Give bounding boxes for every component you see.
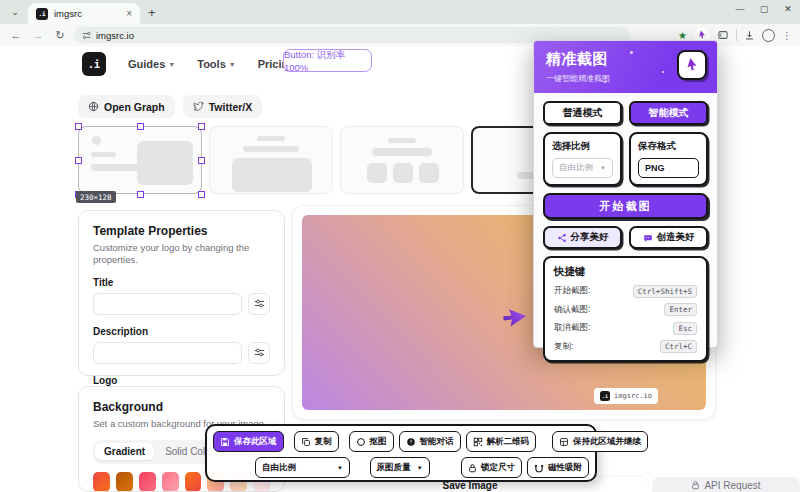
nav-item-guides[interactable]: Guides▼ <box>128 58 175 70</box>
chevron-down-icon: ▼ <box>229 61 236 68</box>
nav-item-tools[interactable]: Tools▼ <box>197 58 235 70</box>
capture-button-copy[interactable]: 复制 <box>294 431 339 452</box>
api-request-button[interactable]: API Request <box>652 477 800 492</box>
capture-button-circle[interactable]: 抠图 <box>349 431 394 452</box>
shortcuts-card: 快捷键 开始截图:Ctrl+Shift+S确认截图:Enter取消截图:Esc复… <box>543 256 708 362</box>
capture-label: 解析二维码 <box>487 436 530 448</box>
tab-gradient[interactable]: Gradient <box>95 443 154 460</box>
template-thumbnail-1[interactable]: 230×128 <box>78 126 202 194</box>
back-button[interactable]: ← <box>8 29 24 41</box>
description-adjust-button[interactable] <box>248 342 270 364</box>
options-row: 选择比例 自由比例 ▼ 保存格式 PNG <box>543 132 708 186</box>
save-icon <box>220 437 230 447</box>
template-thumbnail-3[interactable] <box>340 126 464 194</box>
format-label: 保存格式 <box>638 140 699 153</box>
capture-label: 智能对话 <box>420 436 454 448</box>
capture-label: 原图质量 <box>377 462 411 474</box>
forward-button[interactable]: → <box>30 29 46 41</box>
capture-button-chat-dot[interactable]: 智能对话 <box>399 431 461 452</box>
browser-tab[interactable]: .i imgsrc × <box>28 3 140 24</box>
lock-icon <box>468 463 477 473</box>
mode-selector: 普通模式 智能模式 <box>543 101 708 125</box>
capture-label: 复制 <box>315 436 332 448</box>
template-filters: Open Graph Twitter/X <box>78 95 262 118</box>
popup-logo <box>677 50 707 80</box>
gradient-swatch[interactable] <box>185 472 202 492</box>
recognition-rate-button[interactable]: Button: 识别率 100% <box>283 49 372 72</box>
filter-twitter[interactable]: Twitter/X <box>183 95 263 118</box>
capture-toolbar-row1: 保存此区域复制抠图智能对话解析二维码保持此区域并继续 <box>213 431 589 452</box>
qr-icon <box>473 437 483 447</box>
magnet-icon <box>534 463 544 473</box>
create-label: 创造美好 <box>657 231 695 244</box>
site-nav: Guides▼Tools▼Pricing <box>128 58 295 70</box>
twitter-bird-icon <box>193 101 204 112</box>
capture-select-caret-down[interactable]: 原图质量▼ <box>370 457 430 478</box>
capture-select-caret-down[interactable]: 自由比例▼ <box>255 457 350 478</box>
create-button[interactable]: 创造美好 <box>629 226 708 249</box>
sliders-icon <box>254 347 265 358</box>
title-input[interactable] <box>93 293 242 315</box>
gradient-swatch[interactable] <box>162 472 179 492</box>
filter-open-graph[interactable]: Open Graph <box>78 95 175 118</box>
capture-button-qr[interactable]: 解析二维码 <box>466 431 537 452</box>
capture-label: 抠图 <box>370 436 387 448</box>
close-button[interactable]: ✕ <box>776 0 800 18</box>
profile-avatar[interactable] <box>762 29 775 42</box>
template-thumbnail-2[interactable] <box>209 126 333 194</box>
capture-button-lock[interactable]: 锁定尺寸 <box>461 457 522 478</box>
smart-mode-button[interactable]: 智能模式 <box>629 101 708 125</box>
gradient-swatch[interactable] <box>93 472 110 492</box>
shortcut-key: Esc <box>673 322 697 335</box>
nav-label: Tools <box>197 58 226 70</box>
capture-button-keep[interactable]: 保持此区域并继续 <box>552 431 648 452</box>
capture-label: 锁定尺寸 <box>481 462 515 474</box>
toolbar-divider <box>736 29 737 41</box>
description-input[interactable] <box>93 342 242 364</box>
capture-button-magnet[interactable]: 磁性吸附 <box>527 457 589 478</box>
ratio-label: 选择比例 <box>552 140 613 153</box>
shortcuts-title: 快捷键 <box>554 265 697 279</box>
maximize-button[interactable]: ▢ <box>752 0 776 18</box>
watermark-text: imgsrc.io <box>614 392 652 400</box>
bookmark-star-icon[interactable]: ★ <box>678 30 687 41</box>
template-thumbnails: 230×128 <box>78 126 595 194</box>
tab-close-icon[interactable]: × <box>126 8 132 19</box>
tab-search-chevron-icon[interactable]: ⌄ <box>6 3 24 21</box>
shortcut-row: 确认截图:Enter <box>554 303 697 316</box>
nav-label: Guides <box>128 58 165 70</box>
caret-down-icon: ▼ <box>600 165 606 171</box>
filter-label: Twitter/X <box>209 101 253 113</box>
gradient-swatch[interactable] <box>139 472 156 492</box>
minimize-button[interactable]: — <box>728 0 752 18</box>
format-select[interactable]: PNG <box>638 158 699 178</box>
tab-title: imgsrc <box>54 8 120 19</box>
site-settings-icon[interactable] <box>82 31 91 40</box>
capture-label: 保持此区域并继续 <box>573 436 641 448</box>
site-header: .i Guides▼Tools▼Pricing <box>82 52 295 76</box>
side-panel-icon[interactable] <box>717 29 729 41</box>
properties-subtitle: Customize your logo by changing the prop… <box>93 242 270 266</box>
capture-toolbar-row2: 自由比例▼原图质量▼锁定尺寸磁性吸附 <box>255 457 589 478</box>
ratio-select[interactable]: 自由比例 ▼ <box>552 158 613 178</box>
start-capture-button[interactable]: 开始截图 <box>543 193 708 219</box>
shortcut-rows: 开始截图:Ctrl+Shift+S确认截图:Enter取消截图:Esc复制:Ct… <box>554 285 697 354</box>
browser-menu-icon[interactable]: ⋮ <box>782 30 792 41</box>
gradient-swatch[interactable] <box>116 472 133 492</box>
screen: ⌄ .i imgsrc × + — ▢ ✕ ← → ↻ imgsrc.io ★ <box>0 0 800 492</box>
new-tab-button[interactable]: + <box>148 5 156 20</box>
sliders-icon <box>254 298 265 309</box>
download-icon[interactable] <box>744 30 755 41</box>
site-logo[interactable]: .i <box>82 52 106 76</box>
window-controls: — ▢ ✕ <box>728 0 800 18</box>
caret-down-icon: ▼ <box>417 465 423 471</box>
share-button[interactable]: 分享美好 <box>543 226 622 249</box>
ratio-card: 选择比例 自由比例 ▼ <box>543 132 622 186</box>
api-request-label: API Request <box>704 480 760 492</box>
title-adjust-button[interactable] <box>248 293 270 315</box>
reload-button[interactable]: ↻ <box>52 29 68 42</box>
capture-button-save[interactable]: 保存此区域 <box>213 431 284 452</box>
keep-icon <box>559 437 569 447</box>
shortcut-label: 确认截图: <box>554 304 590 316</box>
normal-mode-button[interactable]: 普通模式 <box>543 101 622 125</box>
